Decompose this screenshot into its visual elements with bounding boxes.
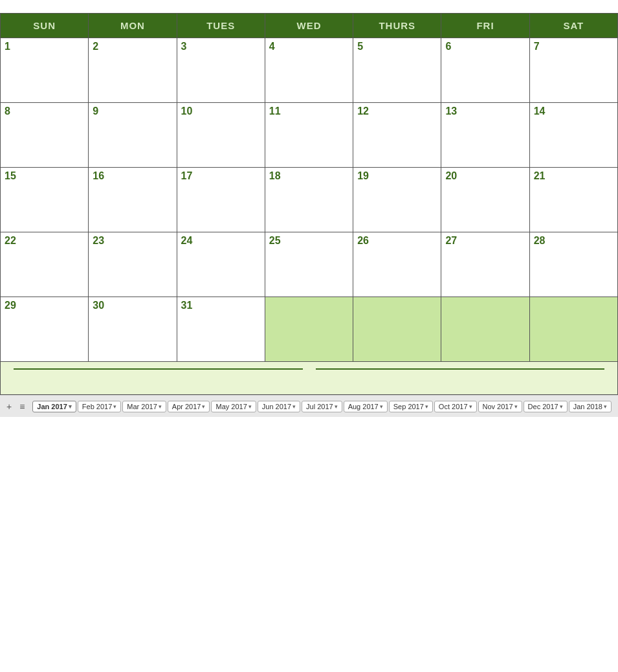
tab-dropdown-arrow[interactable]: ▾: [292, 403, 296, 410]
calendar-week-row: 1234567: [1, 38, 618, 103]
tab-dropdown-arrow[interactable]: ▾: [469, 403, 472, 410]
calendar-cell[interactable]: 10: [177, 103, 265, 168]
tab-dropdown-arrow[interactable]: ▾: [248, 403, 252, 410]
calendar-cell[interactable]: 16: [89, 168, 177, 232]
sheet-tab[interactable]: May 2017▾: [211, 401, 256, 412]
sheet-tab[interactable]: Apr 2017▾: [168, 401, 210, 412]
calendar-cell[interactable]: 22: [1, 232, 89, 297]
notes-line-left: [14, 368, 303, 370]
calendar-cell[interactable]: 17: [177, 168, 265, 232]
tab-label: Nov 2017: [483, 403, 513, 410]
calendar-week-row: 293031: [1, 297, 618, 362]
calendar-cell[interactable]: 18: [265, 168, 353, 232]
sheet-tab[interactable]: Dec 2017▾: [524, 401, 568, 412]
tab-dropdown-arrow[interactable]: ▾: [604, 403, 607, 410]
sheet-tab[interactable]: Oct 2017▾: [434, 401, 477, 412]
sheet-tab[interactable]: Aug 2017▾: [344, 401, 388, 412]
tab-dropdown-arrow[interactable]: ▾: [113, 403, 116, 410]
day-number: 28: [534, 235, 546, 246]
calendar-cell[interactable]: 1: [1, 38, 89, 103]
add-sheet-button[interactable]: +: [4, 400, 14, 413]
sheet-tab[interactable]: Jan 2018▾: [569, 401, 612, 412]
day-number: 2: [93, 41, 98, 52]
sheet-tab[interactable]: Nov 2017▾: [478, 401, 522, 412]
weekday-header: SUN: [1, 14, 89, 38]
calendar-cell[interactable]: 23: [89, 232, 177, 297]
calendar-cell[interactable]: 9: [89, 103, 177, 168]
notes-section: [0, 362, 618, 395]
sheet-tab[interactable]: Jul 2017▾: [302, 401, 342, 412]
notes-line-right: [316, 368, 605, 370]
day-number: 21: [534, 170, 546, 181]
tab-dropdown-arrow[interactable]: ▾: [514, 403, 518, 410]
tab-bar[interactable]: + ≡ Jan 2017▾Feb 2017▾Mar 2017▾Apr 2017▾…: [0, 395, 618, 417]
day-number: 10: [181, 106, 193, 117]
tab-label: Jun 2017: [262, 403, 291, 410]
day-number: 8: [5, 106, 10, 117]
calendar-cell[interactable]: 30: [89, 297, 177, 362]
calendar-cell[interactable]: 21: [529, 168, 617, 232]
tab-dropdown-arrow[interactable]: ▾: [425, 403, 428, 410]
calendar-cell[interactable]: 5: [353, 38, 441, 103]
calendar-cell[interactable]: 14: [529, 103, 617, 168]
calendar-week-row: 22232425262728: [1, 232, 618, 297]
tab-dropdown-arrow[interactable]: ▾: [335, 403, 338, 410]
day-number: 6: [445, 41, 451, 52]
sheet-tab[interactable]: Mar 2017▾: [122, 401, 166, 412]
day-number: 13: [445, 106, 457, 117]
day-number: 12: [357, 106, 369, 117]
tab-label: Jan 2017: [37, 403, 67, 410]
calendar-cell[interactable]: 7: [529, 38, 617, 103]
calendar-cell[interactable]: 15: [1, 168, 89, 232]
sheet-tab[interactable]: Feb 2017▾: [78, 401, 121, 412]
day-number: 23: [93, 235, 104, 246]
tab-label: Aug 2017: [348, 403, 379, 410]
tab-dropdown-arrow[interactable]: ▾: [159, 403, 162, 410]
day-number: 4: [269, 41, 275, 52]
calendar-cell[interactable]: 4: [265, 38, 353, 103]
weekday-header-row: SUNMONTUESWEDTHURSFRISAT: [1, 14, 618, 38]
calendar-cell[interactable]: 31: [177, 297, 265, 362]
tab-dropdown-arrow[interactable]: ▾: [560, 403, 563, 410]
day-number: 7: [534, 41, 540, 52]
sheet-list-button[interactable]: ≡: [17, 400, 27, 413]
tab-label: May 2017: [215, 403, 247, 410]
day-number: 25: [269, 235, 281, 246]
tab-dropdown-arrow[interactable]: ▾: [202, 403, 205, 410]
calendar-cell[interactable]: 25: [265, 232, 353, 297]
weekday-header: MON: [89, 14, 177, 38]
sheet-tab[interactable]: Sep 2017▾: [389, 401, 433, 412]
calendar-cell[interactable]: 13: [441, 103, 529, 168]
day-number: 17: [181, 170, 193, 181]
day-number: 19: [357, 170, 369, 181]
calendar-cell[interactable]: 28: [529, 232, 617, 297]
calendar-cell[interactable]: 11: [265, 103, 353, 168]
day-number: 31: [181, 300, 193, 311]
calendar-cell[interactable]: 12: [353, 103, 441, 168]
calendar-cell[interactable]: 6: [441, 38, 529, 103]
day-number: 30: [93, 300, 104, 311]
calendar-cell[interactable]: 24: [177, 232, 265, 297]
calendar-cell[interactable]: [529, 297, 617, 362]
tab-dropdown-arrow[interactable]: ▾: [380, 403, 383, 410]
calendar-cell[interactable]: 2: [89, 38, 177, 103]
calendar-cell[interactable]: 29: [1, 297, 89, 362]
calendar-cell[interactable]: [353, 297, 441, 362]
tab-dropdown-arrow[interactable]: ▾: [69, 403, 72, 410]
calendar-cell[interactable]: 27: [441, 232, 529, 297]
calendar-cell[interactable]: [441, 297, 529, 362]
calendar-cell[interactable]: 3: [177, 38, 265, 103]
calendar-cell[interactable]: 8: [1, 103, 89, 168]
sheet-tab[interactable]: Jun 2017▾: [258, 401, 300, 412]
calendar-cell[interactable]: 20: [441, 168, 529, 232]
weekday-header: FRI: [441, 14, 529, 38]
weekday-header: TUES: [177, 14, 265, 38]
calendar-cell[interactable]: 19: [353, 168, 441, 232]
day-number: 22: [5, 235, 16, 246]
sheet-tab[interactable]: Jan 2017▾: [32, 401, 76, 412]
day-number: 15: [5, 170, 16, 181]
calendar-cell[interactable]: [265, 297, 353, 362]
day-number: 11: [269, 106, 281, 117]
calendar-cell[interactable]: 26: [353, 232, 441, 297]
notes-header: [14, 368, 604, 370]
